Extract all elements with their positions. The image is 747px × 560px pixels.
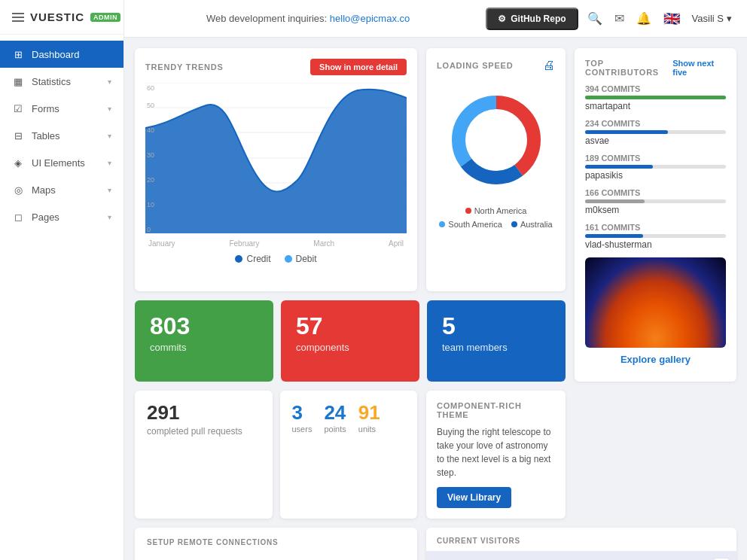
map-svg	[426, 551, 736, 560]
sidebar-item-maps[interactable]: ◎ Maps ▾	[0, 176, 123, 203]
x-label-apr: April	[389, 239, 404, 248]
contributor-commits: 394 COMMITS	[585, 84, 726, 93]
search-icon[interactable]: 🔍	[587, 11, 602, 26]
tab-overview[interactable]: Overview	[147, 554, 206, 560]
users-label: users	[292, 425, 313, 434]
tab-bank[interactable]: Bank Details	[293, 554, 364, 560]
chevron-icon: ▾	[108, 105, 111, 113]
points-label: points	[324, 425, 346, 434]
chevron-icon: ▾	[108, 213, 111, 221]
sunset-image	[585, 257, 726, 348]
sidebar-label-forms: Forms	[32, 103, 100, 114]
contributors-header: TOP CONTRIBUTORS Show next five	[585, 59, 726, 77]
sidebar-item-forms[interactable]: ☑ Forms ▾	[0, 95, 123, 122]
svg-rect-18	[426, 551, 736, 560]
contributor-item: 234 COMMITS asvae	[585, 119, 726, 146]
pull-requests-number: 291	[147, 401, 261, 425]
show-next-button[interactable]: Show next five	[672, 59, 726, 77]
setup-tabs: Overview Billing Address Bank Details	[135, 554, 417, 560]
explore-gallery-link[interactable]: Explore gallery	[620, 354, 691, 365]
sidebar-nav: ⊞ Dashboard ▦ Statistics ▾ ☑ Forms ▾ ⊟ T…	[0, 35, 123, 560]
legend-australia: Australia	[511, 220, 553, 229]
donut-legend: North America South America Australia	[437, 206, 555, 229]
current-visitors-card: CURRENT VISITORS	[426, 528, 736, 560]
print-icon[interactable]: 🖨	[543, 59, 555, 72]
legend-credit: Credit	[235, 254, 270, 264]
ui-elements-icon: ◈	[12, 157, 24, 169]
svg-text:30: 30	[147, 151, 154, 159]
units-number: 91	[358, 401, 380, 425]
donut-chart	[437, 80, 555, 200]
chart-legend: Credit Debit	[145, 254, 407, 264]
sidebar-item-dashboard[interactable]: ⊞ Dashboard	[0, 41, 123, 68]
show-detail-button[interactable]: Show in more detail	[310, 59, 407, 75]
chevron-icon: ▾	[108, 186, 111, 194]
stat-team-members: 5 team members	[427, 300, 566, 382]
sidebar-item-statistics[interactable]: ▦ Statistics ▾	[0, 68, 123, 95]
notice-text: Web development inquiries:	[206, 13, 327, 24]
contributor-item: 161 COMMITS vlad-shusterman	[585, 223, 726, 250]
label-australia: Australia	[520, 220, 553, 229]
stat-components-number: 57	[296, 312, 404, 340]
trends-card: TRENDY TRENDS Show in more detail	[135, 48, 417, 291]
stat-components-label: components	[296, 342, 404, 353]
legend-north-america: North America	[465, 206, 527, 215]
progress-fill	[585, 130, 668, 134]
pages-icon: ◻	[12, 211, 24, 223]
dot-south-america	[439, 221, 445, 227]
contributor-commits: 234 COMMITS	[585, 119, 726, 128]
svg-text:20: 20	[147, 176, 154, 184]
dot-north-america	[465, 208, 471, 214]
progress-bar	[585, 96, 726, 99]
github-icon: ⚙	[498, 14, 506, 24]
contributor-name: smartapant	[585, 101, 726, 111]
users-group: 3 users	[292, 401, 313, 434]
pull-requests-label: completed pull requests	[147, 426, 261, 437]
view-library-button[interactable]: View Library	[437, 487, 511, 508]
stat-team-number: 5	[442, 312, 550, 340]
maps-icon: ◎	[12, 184, 24, 196]
hamburger-menu[interactable]	[12, 13, 24, 22]
users-points-card: 3 users 24 points 91 units	[280, 391, 418, 519]
progress-bar	[585, 234, 726, 238]
sidebar-item-ui-elements[interactable]: ◈ UI Elements ▾	[0, 149, 123, 176]
svg-text:40: 40	[147, 126, 154, 134]
label-south-america: South America	[448, 220, 502, 229]
label-north-america: North America	[474, 206, 527, 215]
contributor-item: 394 COMMITS smartapant	[585, 84, 726, 111]
gallery-label[interactable]: Explore gallery	[585, 348, 726, 371]
chevron-icon: ▾	[108, 132, 111, 140]
mail-icon[interactable]: ✉	[614, 11, 624, 26]
setup-card: SETUP REMOTE CONNECTIONS Overview Billin…	[135, 528, 417, 560]
trends-title: TRENDY TRENDS	[145, 62, 224, 72]
progress-fill	[585, 96, 726, 99]
legend-debit: Debit	[285, 254, 317, 264]
flag-icon[interactable]: 🇬🇧	[663, 11, 680, 27]
sidebar-item-tables[interactable]: ⊟ Tables ▾	[0, 122, 123, 149]
progress-bar	[585, 130, 726, 134]
sidebar-label-statistics: Statistics	[32, 76, 100, 87]
contributor-name: asvae	[585, 135, 726, 146]
user-chevron-icon: ▾	[727, 13, 732, 24]
svg-text:0: 0	[147, 226, 151, 233]
statistics-icon: ▦	[12, 75, 24, 87]
tables-icon: ⊟	[12, 129, 24, 142]
dashboard-grid: TRENDY TRENDS Show in more detail	[135, 48, 736, 560]
github-button[interactable]: ⚙ GitHub Repo	[486, 8, 578, 30]
logo-text: VUESTIC	[30, 11, 84, 23]
mini-stat-numbers: 3 users 24 points 91 units	[292, 401, 406, 434]
legend-credit-label: Credit	[246, 254, 270, 264]
bell-icon[interactable]: 🔔	[636, 11, 651, 26]
notice-email[interactable]: hello@epicmax.co	[330, 13, 410, 24]
contributors-list: 394 COMMITS smartapant 234 COMMITS asvae	[585, 84, 726, 250]
sidebar-item-pages[interactable]: ◻ Pages ▾	[0, 203, 123, 230]
contributor-item: 189 COMMITS papasikis	[585, 154, 726, 181]
legend-debit-dot	[285, 255, 292, 263]
legend-credit-dot	[235, 255, 242, 263]
contributor-item: 166 COMMITS m0ksem	[585, 188, 726, 215]
tab-billing[interactable]: Billing Address	[206, 554, 293, 560]
user-menu[interactable]: Vasili S ▾	[692, 13, 732, 24]
legend-debit-label: Debit	[296, 254, 317, 264]
component-theme-desc: Buying the right telescope to take your …	[437, 425, 555, 479]
progress-fill	[585, 165, 653, 169]
